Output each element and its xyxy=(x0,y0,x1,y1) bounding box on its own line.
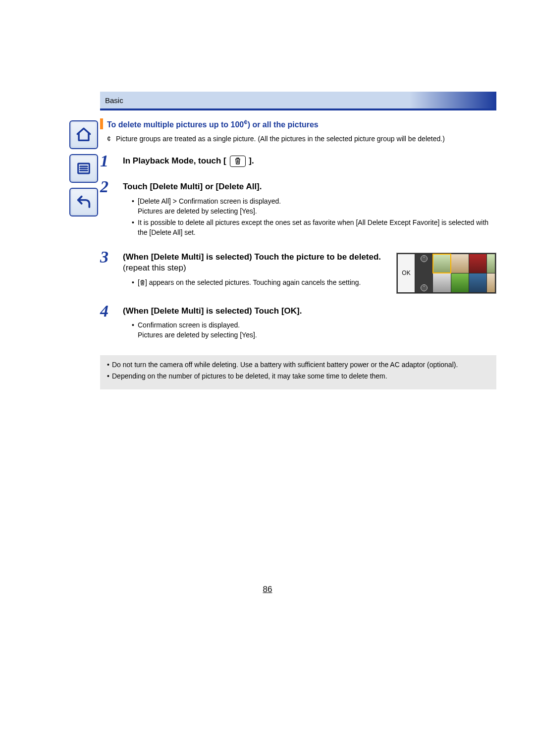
step-4: 4 (When [Delete Multi] is selected) Touc… xyxy=(100,303,496,342)
note-2-text: Depending on the number of pictures to b… xyxy=(112,372,489,381)
note-2: • Depending on the number of pictures to… xyxy=(107,372,489,381)
note-1-text: Do not turn the camera off while deletin… xyxy=(112,360,489,370)
trash-icon xyxy=(234,157,241,165)
step-3-title-bold: When [Delete Multi] is selected) Touch t… xyxy=(126,252,381,262)
nav-home-button[interactable] xyxy=(69,120,98,149)
step-4-title: (When [Delete Multi] is selected) Touch … xyxy=(123,306,496,317)
step-4-title-text: When [Delete Multi] is selected) Touch [… xyxy=(126,306,302,316)
section-header-bar: Basic xyxy=(100,92,496,110)
step-2-b2-text: It is possible to delete all pictures ex… xyxy=(138,218,496,237)
step-1-title: In Playback Mode, touch [ ]. xyxy=(123,156,496,167)
chevron-up-icon: ˄ xyxy=(421,255,428,262)
thumbnail-image-2[interactable] xyxy=(451,254,469,273)
thumbnail-image-6[interactable] xyxy=(451,273,469,292)
footnote-text: Picture groups are treated as a single p… xyxy=(116,134,496,144)
thumbnail-image-4[interactable] xyxy=(487,254,495,273)
step-3-bullet-1: • [] appears on the selected pictures. T… xyxy=(123,278,388,288)
step-1: 1 In Playback Mode, touch [ ]. xyxy=(100,153,496,169)
thumbnail-image-7[interactable] xyxy=(469,273,486,292)
step-4-b1: Confirmation screen is displayed. xyxy=(138,321,240,329)
section-heading-prefix: To delete multiple pictures up to 100 xyxy=(107,120,244,129)
step-2-title: Touch [Delete Multi] or [Delete All]. xyxy=(123,181,496,193)
step-4-bullet-1: • Confirmation screen is displayed. Pict… xyxy=(123,321,496,340)
step-1-number: 1 xyxy=(100,153,123,169)
step-2-b1-a: [Delete All] xyxy=(138,197,173,205)
step-1-title-after: ]. xyxy=(249,156,254,165)
section-heading-footnote-mark: ¢ xyxy=(244,118,247,126)
footnote-mark: ¢ xyxy=(107,134,116,144)
step-2-number: 2 xyxy=(100,178,123,239)
note-box: • Do not turn the camera off while delet… xyxy=(100,355,496,389)
arrow-right-icon: > xyxy=(173,197,177,205)
trash-button-inline xyxy=(230,156,246,167)
list-icon xyxy=(75,160,92,177)
chevron-down-icon: ˅ xyxy=(421,284,428,291)
step-3-b1-b: ] appears on the selected pictures. Touc… xyxy=(145,278,361,286)
thumbnail-image-8[interactable] xyxy=(487,273,495,292)
step-1-title-before: In Playback Mode, touch [ xyxy=(123,156,226,165)
trash-icon xyxy=(140,279,145,286)
step-2-b1-c: Pictures are deleted by selecting [Yes]. xyxy=(138,207,257,215)
thumbnail-scrollbar[interactable]: ˄ ˅ xyxy=(415,254,432,292)
step-3-title-normal: (repeat this step) xyxy=(123,263,186,272)
thumbnail-image-3[interactable] xyxy=(469,254,486,273)
section-header-label: Basic xyxy=(105,96,123,105)
step-3-title: (When [Delete Multi] is selected) Touch … xyxy=(123,252,388,274)
thumbnail-ok-button[interactable]: OK xyxy=(398,254,415,292)
step-2-bullet-1: • [Delete All] > Confirmation screen is … xyxy=(123,197,496,216)
step-2-b1-b: Confirmation screen is displayed. xyxy=(179,197,281,205)
page-number[interactable]: 86 xyxy=(0,585,535,594)
nav-back-button[interactable] xyxy=(69,188,98,216)
page-content: Basic To delete multiple pictures up to … xyxy=(100,92,496,389)
step-4-b2: Pictures are deleted by selecting [Yes]. xyxy=(138,331,257,339)
side-nav xyxy=(69,120,99,221)
section-heading-suffix: ) or all the pictures xyxy=(248,120,319,129)
section-heading-accent xyxy=(100,118,103,129)
section-heading: To delete multiple pictures up to 100¢) … xyxy=(107,118,319,129)
thumbnail-ok-label: OK xyxy=(402,270,410,276)
thumbnail-image-1-selected[interactable] xyxy=(433,254,450,273)
step-3: 3 (When [Delete Multi] is selected) Touc… xyxy=(100,249,496,294)
nav-toc-button[interactable] xyxy=(69,154,98,183)
step-2: 2 Touch [Delete Multi] or [Delete All]. … xyxy=(100,178,496,239)
thumbnail-preview: OK ˄ ˅ xyxy=(396,253,496,294)
section-heading-row: To delete multiple pictures up to 100¢) … xyxy=(100,118,496,129)
step-4-number: 4 xyxy=(100,303,123,342)
step-3-number: 3 xyxy=(100,249,123,294)
footnote-row: ¢ Picture groups are treated as a single… xyxy=(107,134,496,144)
note-1: • Do not turn the camera off while delet… xyxy=(107,360,489,370)
back-arrow-icon xyxy=(75,194,92,211)
step-2-bullet-2: • It is possible to delete all pictures … xyxy=(123,218,496,237)
home-icon xyxy=(75,126,92,143)
thumbnail-image-5[interactable] xyxy=(433,273,450,292)
